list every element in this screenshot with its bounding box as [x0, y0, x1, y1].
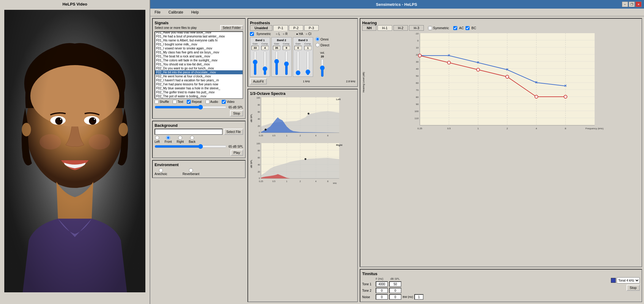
tinnitus-tone1-f[interactable] [376, 281, 388, 287]
select-folder-button[interactable]: Select Folder [220, 25, 243, 30]
video-label: Video [227, 100, 234, 103]
band-2-title: Band 2 [277, 39, 286, 42]
signals-checkboxes: Shuffle Text Repeat Audio [155, 100, 243, 104]
text-checkbox[interactable] [173, 100, 177, 104]
file-item[interactable]: F01_I bought some milk_.mov [155, 42, 243, 46]
bg-right-label: Right [177, 140, 184, 143]
prosthesis-symmetric-checkbox[interactable] [250, 32, 254, 36]
menu-calibrate[interactable]: Calibrate [166, 10, 186, 15]
tinnitus-type-select[interactable]: Tonal 4 kHz Tonal 1 kHz Noise [617, 277, 640, 283]
tinnitus-tone1-db[interactable] [389, 281, 401, 287]
minimize-button[interactable]: − [622, 2, 628, 7]
menu-help[interactable]: Help [189, 10, 201, 15]
restore-button[interactable]: ❐ [629, 2, 635, 7]
background-play-button[interactable]: Play [231, 150, 243, 156]
repeat-checkbox[interactable] [187, 100, 191, 104]
file-item[interactable]: F02_I haven't had a vacation for two yea… [155, 78, 243, 82]
tinnitus-tone2-db[interactable] [389, 288, 401, 293]
reverberant-radio[interactable] [189, 168, 193, 172]
file-item[interactable]: F01_Have you read that new book_.mov [155, 31, 243, 34]
svg-text:2: 2 [300, 134, 301, 137]
spectra-left-chart: 100 80 60 40 20 0 0.25 0.5 1 2 4 [253, 96, 342, 140]
file-item[interactable]: F02_He bit into the piece of chocolate_.… [155, 70, 243, 74]
tinnitus-tone2-f[interactable] [376, 288, 388, 293]
menu-file[interactable]: File [152, 10, 163, 15]
hearing-tab-nh[interactable]: NH [362, 25, 376, 31]
svg-point-127 [535, 95, 538, 98]
direct-radio[interactable] [316, 43, 320, 47]
bg-right-radio[interactable] [178, 136, 182, 140]
band-2-gain-slider[interactable] [274, 51, 280, 75]
svg-text:20: 20 [258, 171, 260, 173]
prosthesis-tab-p2[interactable]: P-2 [289, 25, 303, 31]
shuffle-checkbox[interactable] [155, 100, 159, 104]
tinnitus-noise-label: Noise [362, 295, 374, 299]
file-item[interactable]: F02_The golfer tried to make his putt_.m… [155, 90, 243, 94]
file-item[interactable]: F01_The colors will fade in the sunlight… [155, 58, 243, 62]
file-list[interactable]: F01_Be sure to vote in the next election… [155, 31, 243, 99]
bg-front-radio[interactable] [166, 136, 170, 140]
hearing-ac-checkbox[interactable] [453, 26, 457, 30]
file-item[interactable]: F02_The pot of water is boiling_.mov [155, 94, 243, 98]
file-item[interactable]: F01_My class has five girls and six boys… [155, 50, 243, 54]
omni-radio[interactable] [316, 37, 320, 41]
vol-slider[interactable] [319, 59, 325, 77]
file-item[interactable]: F01_I vowed never to smoke again_.mov [155, 46, 243, 50]
hearing-symmetric-checkbox[interactable] [428, 26, 432, 30]
close-button[interactable]: ✕ [635, 2, 642, 7]
band-2-gain-label: Gain [274, 42, 279, 45]
band-3-comp-slider[interactable] [305, 51, 311, 75]
file-item[interactable]: F02_Do you want to go out for lunch_.mov [155, 66, 243, 70]
tinnitus-noise-bw[interactable] [414, 294, 424, 300]
file-item[interactable]: F01_He had a bout of pneumonia last wint… [155, 34, 243, 38]
bg-left-radio[interactable] [155, 136, 159, 140]
bg-back-radio[interactable] [190, 136, 194, 140]
svg-text:20: 20 [258, 125, 260, 127]
background-file-input[interactable] [155, 129, 223, 135]
svg-text:Left: Left [336, 98, 341, 101]
spectra-right-container: dB SPL [250, 142, 355, 186]
svg-point-46 [265, 129, 266, 131]
select-file-button[interactable]: Select File [224, 129, 243, 135]
file-item[interactable]: F01_His name is Albert, but everyone cal… [155, 38, 243, 42]
hearing-tab-h3[interactable]: H-3 [409, 25, 424, 31]
band-1-gain-slider[interactable] [252, 51, 258, 75]
band-1-comp-slider[interactable] [262, 51, 268, 75]
band-3-comp-label: Comp. [304, 42, 312, 45]
tinnitus-noise-db[interactable] [389, 294, 401, 300]
signals-level-slider[interactable] [155, 105, 227, 110]
hearing-title: Hearing [362, 21, 640, 25]
prosthesis-tab-unaided[interactable]: Unaided [250, 25, 272, 31]
video-checkbox[interactable] [222, 100, 226, 104]
audio-checkbox[interactable] [205, 100, 209, 104]
bg-front-label: Front [165, 140, 172, 143]
file-item[interactable]: F02_I've had piano lessons for five year… [155, 82, 243, 86]
autofit-button[interactable]: AutoFit [250, 78, 267, 84]
tinnitus-noise-f[interactable] [376, 294, 388, 300]
svg-text:60: 60 [258, 157, 260, 159]
band-2-comp-col: Comp. 9 [283, 42, 290, 75]
file-item[interactable]: F01_The boat hit a rock and sank_.mov [155, 54, 243, 58]
file-item[interactable]: F02_He went home at four o'clock_.mov [155, 74, 243, 78]
prosthesis-tab-p3[interactable]: P-3 [304, 25, 319, 31]
anechoic-label: Anechoic [155, 172, 167, 176]
file-item[interactable]: F02_My blue sweater has a hole in the sl… [155, 86, 243, 90]
hearing-tab-h2[interactable]: H-2 [393, 25, 408, 31]
tinnitus-controls: F (Hz) dB SPL Tone 1 Tone 2 [362, 277, 609, 300]
background-level-slider[interactable] [155, 144, 227, 149]
prosthesis-tab-p1[interactable]: P-1 [273, 25, 288, 31]
svg-text:30: 30 [416, 60, 419, 63]
band-3-gain-slider[interactable] [295, 51, 301, 75]
file-item[interactable]: F01_You should eat a low-fat diet_.mov [155, 62, 243, 66]
spectra-right-chart: 100 80 60 40 20 0 0.25 0.5 1 2 4 [253, 142, 342, 186]
band-2-comp-slider[interactable] [283, 51, 289, 75]
hearing-tabs-row: NH H-1 H-2 H-3 Symmetric AC BC [362, 25, 640, 31]
hearing-tab-h1[interactable]: H-1 [378, 25, 392, 31]
svg-point-76 [305, 158, 306, 160]
reverberant-label: Reverberant [182, 172, 199, 176]
signals-stop-button[interactable]: Stop [230, 110, 243, 116]
tinnitus-stop-button[interactable]: Stop [627, 285, 640, 291]
hearing-bc-checkbox[interactable] [466, 26, 470, 30]
anechoic-radio[interactable] [159, 168, 163, 172]
svg-point-124 [447, 61, 450, 64]
